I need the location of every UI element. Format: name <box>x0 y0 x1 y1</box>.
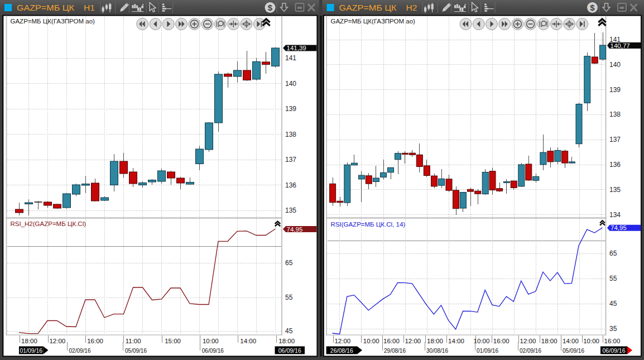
svg-text:$: $ <box>268 3 273 12</box>
svg-text:74,95: 74,95 <box>611 224 627 231</box>
svg-text:10:00: 10:00 <box>474 338 490 344</box>
svg-text:06/09/16: 06/09/16 <box>202 347 224 354</box>
svg-text:137: 137 <box>609 136 621 143</box>
svg-text:GAZP=МБ ЦК(ГАЗПРОМ ао): GAZP=МБ ЦК(ГАЗПРОМ ао) <box>11 18 95 25</box>
svg-text:H1: H1 <box>84 3 95 12</box>
svg-text:74,95: 74,95 <box>287 226 303 233</box>
svg-text:16:00: 16:00 <box>87 338 103 344</box>
svg-text:135: 135 <box>609 186 621 194</box>
svg-text:GAZP=МБ ЦК: GAZP=МБ ЦК <box>339 3 397 12</box>
svg-text:140: 140 <box>609 61 621 69</box>
svg-text:01/09/16: 01/09/16 <box>20 347 43 354</box>
svg-text:16:00: 16:00 <box>493 338 510 344</box>
svg-text:137: 137 <box>285 156 296 164</box>
svg-text:136: 136 <box>285 181 296 189</box>
svg-text:RSI(GAZP=МБ ЦК.Cl, 14): RSI(GAZP=МБ ЦК.Cl, 14) <box>331 221 406 228</box>
svg-text:14:00: 14:00 <box>240 338 256 344</box>
svg-text:15:00: 15:00 <box>165 338 181 344</box>
svg-text:11:00: 11:00 <box>126 338 141 344</box>
svg-text:139: 139 <box>609 86 621 94</box>
svg-text:16:00: 16:00 <box>383 338 400 344</box>
svg-text:139: 139 <box>285 105 296 113</box>
svg-text:12:00: 12:00 <box>49 338 65 344</box>
svg-text:10:00: 10:00 <box>363 338 379 344</box>
svg-text:18:00: 18:00 <box>541 338 558 344</box>
svg-text:16:00: 16:00 <box>604 338 621 344</box>
svg-text:12:00: 12:00 <box>520 338 536 344</box>
svg-text:06/09/16: 06/09/16 <box>603 347 626 354</box>
svg-text:140: 140 <box>285 80 296 88</box>
svg-text:141,39: 141,39 <box>287 45 306 51</box>
svg-text:GAZP=МБ ЦК(ГАЗПРОМ ао): GAZP=МБ ЦК(ГАЗПРОМ ао) <box>331 18 416 25</box>
svg-text:14:00: 14:00 <box>563 338 579 344</box>
svg-text:H2: H2 <box>406 3 417 12</box>
svg-text:55: 55 <box>285 294 293 301</box>
svg-text:10:00: 10:00 <box>583 338 599 344</box>
svg-text:05/09/16: 05/09/16 <box>563 347 584 354</box>
svg-text:05/09/16: 05/09/16 <box>125 347 147 354</box>
svg-text:35: 35 <box>609 325 617 333</box>
svg-text:14:00: 14:00 <box>448 338 464 344</box>
svg-text:136: 136 <box>609 161 621 169</box>
svg-text:$: $ <box>590 3 595 12</box>
svg-text:45: 45 <box>609 300 617 308</box>
svg-text:12:00: 12:00 <box>334 338 350 344</box>
svg-text:18:00: 18:00 <box>427 338 443 344</box>
svg-text:138: 138 <box>285 131 296 138</box>
svg-text:138: 138 <box>609 111 621 118</box>
svg-text:26/08/16: 26/08/16 <box>330 347 353 354</box>
svg-text:141: 141 <box>285 54 296 62</box>
svg-text:134: 134 <box>609 211 621 219</box>
svg-text:02/09/16: 02/09/16 <box>520 347 541 354</box>
svg-text:RSI_H2(GAZP=МБ ЦК.Cl): RSI_H2(GAZP=МБ ЦК.Cl) <box>11 220 86 227</box>
svg-text:12:00: 12:00 <box>405 338 421 344</box>
svg-text:140,77: 140,77 <box>611 42 630 49</box>
svg-text:55: 55 <box>609 275 617 282</box>
svg-text:65: 65 <box>285 259 293 267</box>
svg-text:06/09/16: 06/09/16 <box>278 347 301 354</box>
svg-text:29/08/16: 29/08/16 <box>384 347 406 354</box>
svg-text:65: 65 <box>609 249 617 257</box>
svg-text:135: 135 <box>285 207 296 214</box>
svg-text:18:00: 18:00 <box>21 338 37 344</box>
svg-text:02/09/16: 02/09/16 <box>69 347 91 354</box>
svg-text:45: 45 <box>285 327 293 335</box>
svg-text:30/08/16: 30/08/16 <box>426 347 448 354</box>
svg-text:GAZP=МБ ЦК: GAZP=МБ ЦК <box>17 3 74 12</box>
svg-text:18:00: 18:00 <box>278 338 295 344</box>
svg-text:10:00: 10:00 <box>203 338 219 344</box>
svg-text:01/09/16: 01/09/16 <box>477 347 498 354</box>
